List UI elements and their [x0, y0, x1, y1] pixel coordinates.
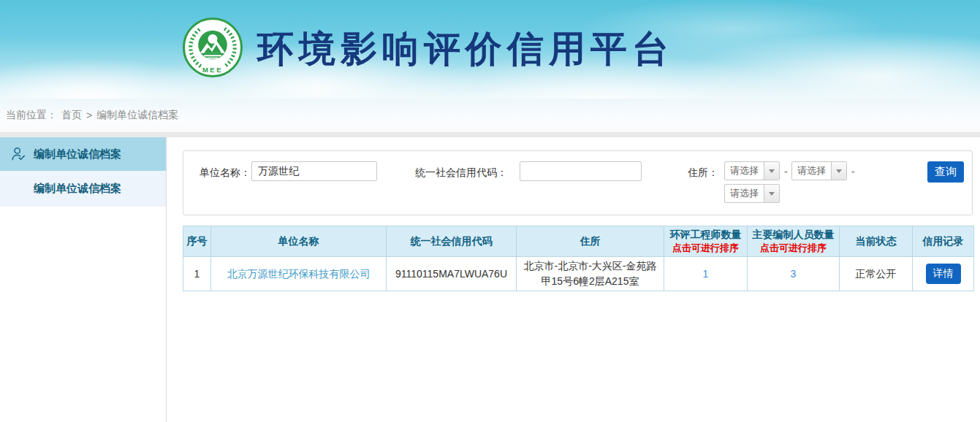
main-panel: 单位名称： 统一社会信用代码： 住所： 请选择 - 请选择 - 请选择 — [167, 137, 980, 422]
site-header: MEE 环境影响评价信用平台 — [0, 0, 980, 99]
search-panel: 单位名称： 统一社会信用代码： 住所： 请选择 - 请选择 - 请选择 — [183, 150, 973, 215]
detail-button[interactable]: 详情 — [926, 264, 961, 284]
user-check-icon — [10, 146, 26, 162]
unit-name-input[interactable] — [251, 161, 377, 181]
credit-code-input[interactable] — [520, 161, 642, 181]
table-row: 1 北京万源世纪环保科技有限公司 91110115MA7LWUA76U 北京市-… — [183, 257, 974, 291]
breadcrumb: 当前位置： 首页 > 编制单位诚信档案 — [0, 99, 980, 132]
col-header-credit-record: 信用记录 — [913, 226, 974, 257]
sort-hint: 点击可进行排序 — [667, 242, 744, 255]
page: MEE 环境影响评价信用平台 当前位置： 首页 > 编制单位诚信档案 编制单位诚… — [0, 0, 980, 422]
district-select[interactable]: 请选择 — [724, 184, 780, 203]
address-label: 住所： — [688, 166, 718, 180]
sidebar-item-archive[interactable]: 编制单位诚信档案 — [0, 137, 166, 171]
dash-separator: - — [784, 166, 788, 177]
cell-address: 北京市-北京市-大兴区-金苑路甲15号6幢2层A215室 — [517, 257, 664, 291]
col-header-credit-code: 统一社会信用代码 — [387, 226, 517, 257]
chevron-down-icon[interactable] — [831, 162, 846, 180]
province-select[interactable]: 请选择 — [724, 161, 780, 180]
breadcrumb-home-link[interactable]: 首页 — [61, 109, 82, 122]
col-header-unit-name: 单位名称 — [211, 226, 387, 257]
col-header-staff-count[interactable]: 主要编制人员数量 点击可进行排序 — [748, 226, 840, 257]
cell-engineer-count: 1 — [664, 257, 748, 291]
cell-index: 1 — [183, 257, 211, 291]
chevron-down-icon[interactable] — [764, 185, 779, 202]
cell-status: 正常公开 — [840, 257, 913, 291]
cell-credit-record: 详情 — [913, 257, 974, 291]
breadcrumb-prefix: 当前位置： — [6, 109, 57, 122]
col-header-index: 序号 — [183, 226, 211, 257]
sort-hint: 点击可进行排序 — [751, 242, 836, 255]
staff-count-link[interactable]: 3 — [791, 268, 797, 280]
query-button[interactable]: 查询 — [927, 161, 964, 183]
breadcrumb-current: 编制单位诚信档案 — [96, 109, 178, 122]
sidebar-subitem-archive[interactable]: 编制单位诚信档案 — [0, 171, 166, 207]
content: 编制单位诚信档案 编制单位诚信档案 单位名称： 统一社会信用代码： 住所： 请选… — [0, 137, 980, 422]
cell-unit-name: 北京万源世纪环保科技有限公司 — [211, 257, 387, 291]
district-select-value: 请选择 — [725, 187, 764, 200]
cell-staff-count: 3 — [748, 257, 840, 291]
logo-text: MEE — [202, 66, 223, 74]
mee-logo-icon: MEE — [181, 16, 244, 79]
province-select-value: 请选择 — [725, 164, 764, 177]
col-header-engineer-count[interactable]: 环评工程师数量 点击可进行排序 — [664, 226, 748, 257]
site-title: 环境影响评价信用平台 — [257, 25, 674, 74]
divider — [0, 132, 980, 137]
dash-separator: - — [851, 166, 855, 177]
engineer-count-link[interactable]: 1 — [703, 268, 709, 280]
table-header-row: 序号 单位名称 统一社会信用代码 住所 环评工程师数量 点击可进行排序 主要编制… — [183, 226, 974, 257]
city-select[interactable]: 请选择 — [791, 161, 847, 180]
cell-credit-code: 91110115MA7LWUA76U — [387, 257, 517, 291]
sidebar: 编制单位诚信档案 编制单位诚信档案 — [0, 137, 167, 422]
col-header-status: 当前状态 — [840, 226, 913, 257]
sidebar-subitem-label: 编制单位诚信档案 — [34, 182, 121, 196]
unit-name-link[interactable]: 北京万源世纪环保科技有限公司 — [227, 268, 371, 280]
col-header-address: 住所 — [517, 226, 664, 257]
sidebar-item-label: 编制单位诚信档案 — [34, 147, 121, 161]
breadcrumb-separator: > — [86, 110, 92, 121]
results-table: 序号 单位名称 统一社会信用代码 住所 环评工程师数量 点击可进行排序 主要编制… — [183, 226, 974, 291]
unit-name-label: 单位名称： — [200, 166, 251, 180]
chevron-down-icon[interactable] — [764, 162, 779, 180]
city-select-value: 请选择 — [792, 164, 831, 177]
credit-code-label: 统一社会信用代码： — [415, 166, 507, 180]
